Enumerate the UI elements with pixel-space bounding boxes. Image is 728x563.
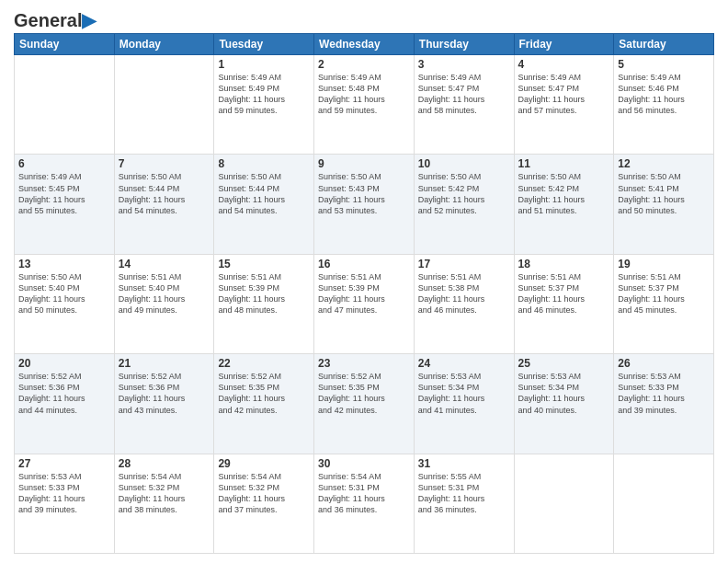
day-number: 11 bbox=[518, 157, 610, 170]
day-number: 24 bbox=[418, 357, 510, 370]
day-info: Sunrise: 5:55 AM Sunset: 5:31 PM Dayligh… bbox=[418, 471, 510, 516]
calendar-cell: 2Sunrise: 5:49 AM Sunset: 5:48 PM Daylig… bbox=[314, 55, 415, 155]
calendar-week-row: 1Sunrise: 5:49 AM Sunset: 5:49 PM Daylig… bbox=[15, 55, 714, 155]
day-number: 9 bbox=[318, 157, 410, 170]
day-number: 7 bbox=[119, 157, 210, 170]
calendar-cell: 15Sunrise: 5:51 AM Sunset: 5:39 PM Dayli… bbox=[214, 254, 314, 353]
calendar-cell: 24Sunrise: 5:53 AM Sunset: 5:34 PM Dayli… bbox=[414, 354, 514, 454]
day-number: 3 bbox=[418, 58, 510, 71]
calendar-cell: 29Sunrise: 5:54 AM Sunset: 5:32 PM Dayli… bbox=[214, 454, 314, 553]
calendar-cell: 25Sunrise: 5:53 AM Sunset: 5:34 PM Dayli… bbox=[514, 354, 614, 454]
weekday-header-tuesday: Tuesday bbox=[214, 34, 314, 55]
day-number: 12 bbox=[618, 157, 710, 170]
day-info: Sunrise: 5:51 AM Sunset: 5:40 PM Dayligh… bbox=[119, 271, 210, 316]
calendar-week-row: 27Sunrise: 5:53 AM Sunset: 5:33 PM Dayli… bbox=[15, 454, 714, 553]
day-info: Sunrise: 5:50 AM Sunset: 5:42 PM Dayligh… bbox=[518, 171, 610, 216]
day-number: 29 bbox=[218, 457, 310, 470]
calendar-cell: 9Sunrise: 5:50 AM Sunset: 5:43 PM Daylig… bbox=[314, 155, 415, 254]
day-number: 10 bbox=[418, 157, 510, 170]
day-info: Sunrise: 5:51 AM Sunset: 5:37 PM Dayligh… bbox=[518, 271, 610, 316]
calendar-cell: 17Sunrise: 5:51 AM Sunset: 5:38 PM Dayli… bbox=[414, 254, 514, 353]
weekday-header-friday: Friday bbox=[514, 34, 614, 55]
day-info: Sunrise: 5:54 AM Sunset: 5:31 PM Dayligh… bbox=[318, 471, 410, 516]
calendar-cell: 26Sunrise: 5:53 AM Sunset: 5:33 PM Dayli… bbox=[614, 354, 714, 454]
calendar-cell bbox=[514, 454, 614, 553]
day-info: Sunrise: 5:49 AM Sunset: 5:49 PM Dayligh… bbox=[218, 72, 310, 117]
day-info: Sunrise: 5:51 AM Sunset: 5:39 PM Dayligh… bbox=[218, 271, 310, 316]
day-number: 19 bbox=[618, 258, 710, 270]
calendar-week-row: 6Sunrise: 5:49 AM Sunset: 5:45 PM Daylig… bbox=[15, 155, 714, 254]
day-number: 6 bbox=[18, 157, 110, 170]
day-number: 23 bbox=[318, 357, 410, 370]
calendar-cell: 21Sunrise: 5:52 AM Sunset: 5:36 PM Dayli… bbox=[114, 354, 214, 454]
calendar-cell: 10Sunrise: 5:50 AM Sunset: 5:42 PM Dayli… bbox=[414, 155, 514, 254]
calendar-cell: 13Sunrise: 5:50 AM Sunset: 5:40 PM Dayli… bbox=[15, 254, 115, 353]
day-number: 25 bbox=[518, 357, 610, 370]
day-number: 2 bbox=[318, 58, 410, 71]
calendar-cell: 27Sunrise: 5:53 AM Sunset: 5:33 PM Dayli… bbox=[15, 454, 115, 553]
calendar-table: SundayMondayTuesdayWednesdayThursdayFrid… bbox=[14, 33, 714, 554]
calendar-cell: 19Sunrise: 5:51 AM Sunset: 5:37 PM Dayli… bbox=[614, 254, 714, 353]
day-number: 31 bbox=[418, 457, 510, 470]
header: General▶ bbox=[14, 9, 714, 28]
day-info: Sunrise: 5:49 AM Sunset: 5:47 PM Dayligh… bbox=[418, 72, 510, 117]
calendar-cell: 18Sunrise: 5:51 AM Sunset: 5:37 PM Dayli… bbox=[514, 254, 614, 353]
day-number: 30 bbox=[318, 457, 410, 470]
calendar-cell: 16Sunrise: 5:51 AM Sunset: 5:39 PM Dayli… bbox=[314, 254, 415, 353]
day-info: Sunrise: 5:51 AM Sunset: 5:39 PM Dayligh… bbox=[318, 271, 410, 316]
day-info: Sunrise: 5:53 AM Sunset: 5:33 PM Dayligh… bbox=[618, 371, 710, 416]
day-number: 13 bbox=[18, 258, 110, 270]
day-info: Sunrise: 5:50 AM Sunset: 5:42 PM Dayligh… bbox=[418, 171, 510, 216]
calendar-cell bbox=[614, 454, 714, 553]
day-info: Sunrise: 5:49 AM Sunset: 5:47 PM Dayligh… bbox=[518, 72, 610, 117]
calendar-cell: 5Sunrise: 5:49 AM Sunset: 5:46 PM Daylig… bbox=[614, 55, 714, 155]
weekday-header-sunday: Sunday bbox=[15, 34, 115, 55]
calendar-cell: 22Sunrise: 5:52 AM Sunset: 5:35 PM Dayli… bbox=[214, 354, 314, 454]
logo: General▶ bbox=[14, 9, 96, 28]
calendar-cell: 8Sunrise: 5:50 AM Sunset: 5:44 PM Daylig… bbox=[214, 155, 314, 254]
day-info: Sunrise: 5:54 AM Sunset: 5:32 PM Dayligh… bbox=[218, 471, 310, 516]
day-info: Sunrise: 5:50 AM Sunset: 5:43 PM Dayligh… bbox=[318, 171, 410, 216]
weekday-header-row: SundayMondayTuesdayWednesdayThursdayFrid… bbox=[15, 34, 714, 55]
calendar-cell: 12Sunrise: 5:50 AM Sunset: 5:41 PM Dayli… bbox=[614, 155, 714, 254]
calendar-cell: 23Sunrise: 5:52 AM Sunset: 5:35 PM Dayli… bbox=[314, 354, 415, 454]
calendar-cell: 28Sunrise: 5:54 AM Sunset: 5:32 PM Dayli… bbox=[114, 454, 214, 553]
calendar-cell: 7Sunrise: 5:50 AM Sunset: 5:44 PM Daylig… bbox=[114, 155, 214, 254]
day-info: Sunrise: 5:49 AM Sunset: 5:45 PM Dayligh… bbox=[18, 171, 110, 216]
calendar-week-row: 20Sunrise: 5:52 AM Sunset: 5:36 PM Dayli… bbox=[15, 354, 714, 454]
day-info: Sunrise: 5:50 AM Sunset: 5:44 PM Dayligh… bbox=[218, 171, 310, 216]
calendar-cell bbox=[114, 55, 214, 155]
calendar-cell: 1Sunrise: 5:49 AM Sunset: 5:49 PM Daylig… bbox=[214, 55, 314, 155]
day-number: 4 bbox=[518, 58, 610, 71]
day-number: 22 bbox=[218, 357, 310, 370]
day-info: Sunrise: 5:52 AM Sunset: 5:36 PM Dayligh… bbox=[119, 371, 210, 416]
day-info: Sunrise: 5:50 AM Sunset: 5:44 PM Dayligh… bbox=[119, 171, 210, 216]
weekday-header-wednesday: Wednesday bbox=[314, 34, 415, 55]
calendar-week-row: 13Sunrise: 5:50 AM Sunset: 5:40 PM Dayli… bbox=[15, 254, 714, 353]
weekday-header-saturday: Saturday bbox=[614, 34, 714, 55]
weekday-header-monday: Monday bbox=[114, 34, 214, 55]
day-number: 20 bbox=[18, 357, 110, 370]
calendar-cell: 14Sunrise: 5:51 AM Sunset: 5:40 PM Dayli… bbox=[114, 254, 214, 353]
day-info: Sunrise: 5:53 AM Sunset: 5:33 PM Dayligh… bbox=[18, 471, 110, 516]
calendar-cell: 4Sunrise: 5:49 AM Sunset: 5:47 PM Daylig… bbox=[514, 55, 614, 155]
day-number: 21 bbox=[119, 357, 210, 370]
day-number: 26 bbox=[618, 357, 710, 370]
day-number: 8 bbox=[218, 157, 310, 170]
day-info: Sunrise: 5:52 AM Sunset: 5:36 PM Dayligh… bbox=[18, 371, 110, 416]
day-number: 15 bbox=[218, 258, 310, 270]
day-number: 27 bbox=[18, 457, 110, 470]
day-number: 18 bbox=[518, 258, 610, 270]
day-number: 16 bbox=[318, 258, 410, 270]
day-number: 1 bbox=[218, 58, 310, 71]
day-info: Sunrise: 5:50 AM Sunset: 5:40 PM Dayligh… bbox=[18, 271, 110, 316]
page: General▶ SundayMondayTuesdayWednesdayThu… bbox=[0, 0, 728, 563]
day-number: 5 bbox=[618, 58, 710, 71]
calendar-cell bbox=[15, 55, 115, 155]
day-info: Sunrise: 5:51 AM Sunset: 5:37 PM Dayligh… bbox=[618, 271, 710, 316]
day-info: Sunrise: 5:49 AM Sunset: 5:46 PM Dayligh… bbox=[618, 72, 710, 117]
calendar-cell: 11Sunrise: 5:50 AM Sunset: 5:42 PM Dayli… bbox=[514, 155, 614, 254]
day-info: Sunrise: 5:51 AM Sunset: 5:38 PM Dayligh… bbox=[418, 271, 510, 316]
weekday-header-thursday: Thursday bbox=[414, 34, 514, 55]
day-info: Sunrise: 5:53 AM Sunset: 5:34 PM Dayligh… bbox=[418, 371, 510, 416]
